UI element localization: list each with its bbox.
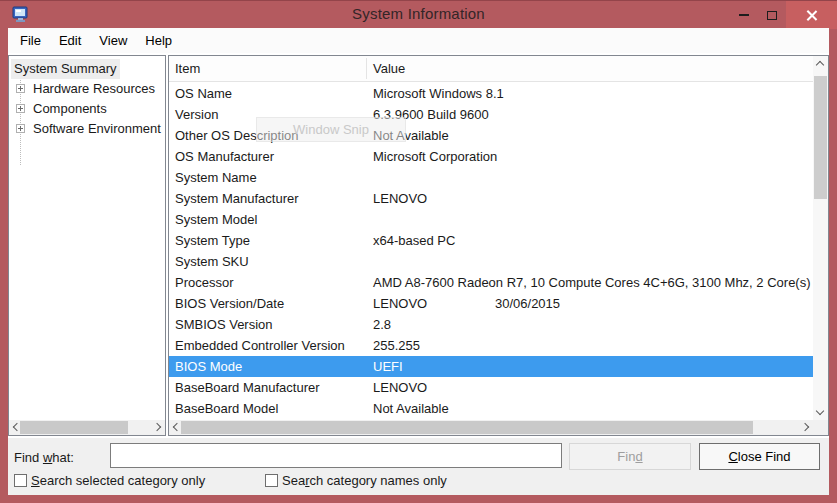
item-cell: BaseBoard Manufacturer — [175, 377, 320, 398]
value2-cell: 30/06/2015 — [495, 293, 560, 314]
item-cell: SMBIOS Version — [175, 314, 273, 335]
table-row[interactable]: System Model — [169, 209, 813, 230]
scroll-right-icon[interactable] — [801, 423, 809, 431]
table-row[interactable]: BIOS ModeUEFI — [169, 356, 813, 377]
system-information-window: System Information File Edit View Help S… — [0, 0, 837, 503]
close-button[interactable] — [786, 1, 837, 29]
item-cell: System Name — [175, 167, 257, 188]
table-row[interactable]: System ManufacturerLENOVO — [169, 188, 813, 209]
item-cell: Embedded Controller Version — [175, 335, 345, 356]
table-row[interactable]: System Typex64-based PC — [169, 230, 813, 251]
item-cell: System Manufacturer — [175, 188, 299, 209]
item-cell: BaseBoard Model — [175, 398, 278, 419]
tree-item-label: Software Environment — [30, 119, 164, 139]
tree-item-components[interactable]: Components — [9, 99, 165, 119]
main-area: System SummaryHardware ResourcesComponen… — [8, 53, 829, 438]
value-cell: 2.8 — [373, 314, 391, 335]
value-cell: x64-based PC — [373, 230, 455, 251]
close-find-button[interactable]: Close Find — [699, 443, 820, 470]
window-snip-ghost: Window Snip — [256, 117, 406, 142]
item-cell: System Model — [175, 209, 257, 230]
table-row[interactable]: System Name — [169, 167, 813, 188]
table-row[interactable]: BIOS Version/DateLENOVO30/06/2015 — [169, 293, 813, 314]
list-horizontal-scrollbar[interactable] — [169, 420, 813, 435]
tree-horizontal-scrollbar[interactable] — [9, 420, 165, 435]
menu-edit[interactable]: Edit — [50, 28, 90, 53]
value-cell: Microsoft Windows 8.1 — [373, 83, 504, 104]
tree-item-label: Hardware Resources — [30, 79, 158, 99]
find-input[interactable] — [110, 443, 562, 468]
item-cell: Processor — [175, 272, 234, 293]
value-cell: LENOVO — [373, 377, 427, 398]
scroll-right-icon[interactable] — [153, 423, 161, 431]
window-title: System Information — [0, 5, 837, 22]
table-row[interactable]: ProcessorAMD A8-7600 Radeon R7, 10 Compu… — [169, 272, 813, 293]
find-what-label: Find what: — [14, 450, 74, 465]
expand-plus-icon[interactable] — [16, 104, 25, 113]
value-cell: LENOVO — [373, 293, 427, 314]
vscroll-thumb[interactable] — [814, 76, 827, 199]
item-cell: System Type — [175, 230, 250, 251]
table-row[interactable]: Embedded Controller Version255.255 — [169, 335, 813, 356]
search-category-names-label[interactable]: Search category names only — [282, 473, 447, 488]
close-icon — [805, 9, 818, 22]
scroll-up-icon[interactable] — [816, 61, 824, 69]
maximize-button[interactable] — [758, 1, 786, 29]
scrollbar-corner — [813, 420, 828, 435]
expand-plus-icon[interactable] — [16, 124, 25, 133]
value-cell: Microsoft Corporation — [373, 146, 497, 167]
scroll-down-icon[interactable] — [816, 407, 824, 415]
menu-bar: File Edit View Help — [8, 28, 829, 53]
titlebar[interactable]: System Information — [0, 0, 837, 28]
value-cell: 255.255 — [373, 335, 420, 356]
item-cell: Version — [175, 104, 218, 125]
minimize-button[interactable] — [730, 1, 758, 29]
window-content: File Edit View Help System SummaryHardwa… — [8, 28, 829, 495]
item-cell: OS Manufacturer — [175, 146, 274, 167]
category-tree-panel: System SummaryHardware ResourcesComponen… — [8, 55, 166, 436]
tree-item-label: System Summary — [11, 59, 120, 79]
tree-item-label: Components — [30, 99, 110, 119]
item-cell: BIOS Version/Date — [175, 293, 284, 314]
find-button[interactable]: Find — [569, 443, 691, 470]
vertical-scrollbar[interactable] — [813, 56, 828, 420]
column-header-value[interactable]: Value — [373, 56, 405, 82]
tree-hscroll-thumb[interactable] — [20, 421, 128, 434]
tree-items: System SummaryHardware ResourcesComponen… — [9, 59, 165, 420]
value-cell: AMD A8-7600 Radeon R7, 10 Compute Cores … — [373, 272, 811, 293]
value-cell: UEFI — [373, 356, 403, 377]
table-row[interactable]: BaseBoard ModelNot Available — [169, 398, 813, 419]
value-cell: Not Available — [373, 398, 449, 419]
search-selected-category-checkbox[interactable] — [14, 474, 27, 487]
find-bar: Find what: Find Close Find Search select… — [8, 438, 829, 495]
table-row[interactable]: OS ManufacturerMicrosoft Corporation — [169, 146, 813, 167]
item-cell: OS Name — [175, 83, 232, 104]
table-row[interactable]: OS NameMicrosoft Windows 8.1 — [169, 83, 813, 104]
tree-item-system-summary[interactable]: System Summary — [9, 59, 165, 79]
column-separator[interactable] — [366, 58, 367, 79]
list-hscroll-thumb[interactable] — [181, 421, 753, 434]
expand-plus-icon[interactable] — [16, 84, 25, 93]
table-row[interactable]: System SKU — [169, 251, 813, 272]
column-header-item[interactable]: Item — [175, 56, 200, 82]
item-cell: System SKU — [175, 251, 249, 272]
menu-view[interactable]: View — [90, 28, 136, 53]
search-options-row: Search selected category only Search cat… — [8, 472, 829, 492]
menu-file[interactable]: File — [11, 28, 50, 53]
minimize-icon — [739, 14, 749, 16]
scroll-left-icon[interactable] — [173, 423, 181, 431]
maximize-icon — [767, 11, 777, 20]
list-header: Item Value — [169, 56, 813, 82]
menu-help[interactable]: Help — [136, 28, 181, 53]
value-cell: LENOVO — [373, 188, 427, 209]
item-cell: BIOS Mode — [175, 356, 242, 377]
search-selected-category-label[interactable]: Search selected category only — [31, 473, 205, 488]
search-category-names-checkbox[interactable] — [265, 474, 278, 487]
tree-item-software-environment[interactable]: Software Environment — [9, 119, 165, 139]
table-row[interactable]: SMBIOS Version2.8 — [169, 314, 813, 335]
details-list-panel: Item Value OS NameMicrosoft Windows 8.1V… — [168, 55, 829, 436]
table-row[interactable]: BaseBoard ManufacturerLENOVO — [169, 377, 813, 398]
tree-item-hardware-resources[interactable]: Hardware Resources — [9, 79, 165, 99]
